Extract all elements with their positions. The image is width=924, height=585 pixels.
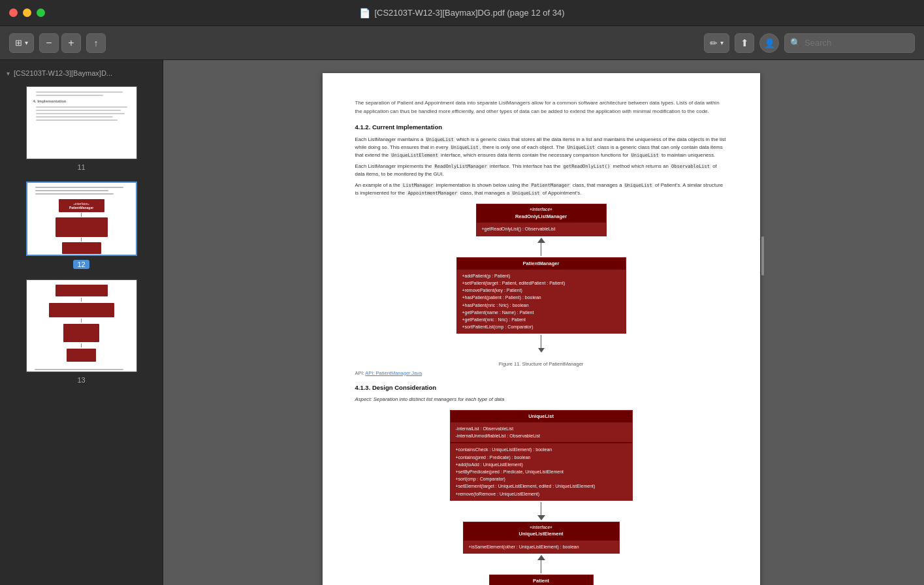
uml-uniquelist-methods: +containsCheck : UniqueListElement) : bo…	[451, 443, 632, 499]
arrow-line-4	[541, 560, 541, 573]
page-label-12: 12	[73, 260, 89, 269]
chevron-down-icon: ▾	[25, 39, 28, 46]
close-button[interactable]	[9, 8, 18, 17]
account-btn[interactable]: 👤	[759, 33, 779, 53]
toolbar-right: ✏ ▾ ⬆ 👤 🔍	[704, 33, 915, 53]
zoom-controls: − +	[39, 33, 81, 53]
pdf-page: The separation of Patient and Appointmen…	[323, 73, 760, 585]
thumbnail-container-11: 4. Implementation 11	[0, 81, 163, 176]
para-3: An example of a the ListManager implemen…	[355, 182, 727, 197]
uml-patient-header: Patient	[490, 575, 593, 585]
uml-interface-box: «interface» ReadOnlyListManager +getRead…	[476, 204, 607, 236]
toolbar: ⊞ ▾ − + ↑ ✏ ▾ ⬆ 👤 🔍	[0, 26, 924, 60]
maximize-button[interactable]	[37, 8, 45, 17]
section-header-413: 4.1.3. Design Consideration	[355, 383, 727, 392]
uml-arrow-4	[537, 555, 545, 573]
upload-icon: ⬆	[741, 37, 749, 49]
pen-tool-btn[interactable]: ✏ ▾	[704, 33, 729, 53]
uml-arrow-2	[538, 335, 545, 353]
arrow-line-1	[541, 243, 541, 256]
para-2: Each ListManager implements the ReadOnly…	[355, 163, 727, 178]
zoom-in-btn[interactable]: +	[61, 33, 81, 53]
sidebar-icon: ⊞	[15, 38, 22, 48]
para-1: Each ListManager maintains a UniqueList …	[355, 136, 727, 159]
sidebar: ▾ [CS2103T-W12-3][Baymax]D... 4. Impleme…	[0, 60, 163, 585]
uml-diagram-1: «interface» ReadOnlyListManager +getRead…	[355, 204, 727, 354]
document-icon: 📄	[359, 8, 370, 18]
uml-patient-manager-box: PatientManager +addPatient(p : Patient) …	[456, 257, 626, 334]
uml-uniquelist-header: UniqueList	[451, 411, 632, 422]
intro-paragraph: The separation of Patient and Appointmen…	[355, 99, 727, 116]
aspect-text: Aspect: Separation into distinct list ma…	[355, 396, 727, 403]
uml-interface-body: +getReadOnlyList() : ObservableList	[477, 222, 606, 235]
arrow-line-3	[541, 502, 541, 515]
page-label-13: 13	[77, 376, 85, 384]
thumbnail-container-13: 13	[0, 274, 163, 389]
uml-uniquelist-fields: -internalList : ObservableList -internal…	[451, 422, 632, 443]
uml-patient-manager-header: PatientManager	[457, 258, 626, 269]
scrollbar[interactable]	[760, 73, 765, 572]
window-title: 📄 [CS2103T-W12-3][Baymax]DG.pdf (page 12…	[359, 8, 564, 18]
person-icon: 👤	[764, 38, 775, 48]
page-label-11: 11	[77, 163, 85, 171]
page-thumb-12[interactable]: «interface» PatientManager	[26, 182, 137, 256]
sidebar-doc-header[interactable]: ▾ [CS2103T-W12-3][Baymax]D...	[0, 65, 163, 81]
export-btn[interactable]: ⬆	[735, 33, 754, 53]
uml-uniquelist-box: UniqueList -internalList : ObservableLis…	[450, 410, 633, 501]
thumb-img-12: «interface» PatientManager	[27, 183, 136, 255]
search-box[interactable]: 🔍	[784, 33, 915, 53]
arrow-hollow-4	[537, 555, 545, 560]
thumb-img-13	[27, 280, 136, 372]
share-icon-btn[interactable]: ↑	[86, 33, 106, 53]
title-text: [CS2103T-W12-3][Baymax]DG.pdf (page 12 o…	[374, 8, 564, 18]
uml-diagram-2: UniqueList -internalList : ObservableLis…	[355, 410, 727, 585]
title-bar: 📄 [CS2103T-W12-3][Baymax]DG.pdf (page 12…	[0, 0, 924, 26]
share-icon: ↑	[94, 38, 99, 48]
page-thumb-13[interactable]	[26, 279, 137, 372]
main-area: ▾ [CS2103T-W12-3][Baymax]D... 4. Impleme…	[0, 60, 924, 585]
scrollbar-thumb[interactable]	[761, 236, 764, 276]
pen-icon: ✏	[710, 38, 718, 48]
page-thumb-11[interactable]: 4. Implementation	[26, 86, 137, 159]
uml-uniquelistelement-header: «interface» UniqueListElement	[464, 522, 619, 540]
thumb-img-11: 4. Implementation	[27, 87, 136, 159]
pen-chevron-icon: ▾	[720, 39, 724, 46]
search-input[interactable]	[805, 38, 909, 48]
uml-patient-manager-body: +addPatient(p : Patient) +setPatient(tar…	[457, 269, 626, 334]
thumbnail-container-12: «interface» PatientManager 12	[0, 176, 163, 274]
arrow-head-3	[537, 515, 545, 520]
arrow-line-2	[541, 335, 541, 348]
traffic-lights	[9, 8, 45, 17]
minimize-button[interactable]	[23, 8, 31, 17]
uml-patient-box: Patient -nric : Nric -name : Name -phone…	[489, 575, 594, 585]
api-link-text[interactable]: API: PatientManager.Java	[365, 370, 422, 376]
zoom-out-btn[interactable]: −	[39, 33, 59, 53]
uml-arrow-1	[537, 238, 545, 256]
uml-arrow-3	[537, 502, 545, 520]
uml-interface-header: «interface» ReadOnlyListManager	[477, 204, 606, 222]
search-icon: 🔍	[790, 38, 801, 48]
arrow-head-2	[538, 348, 545, 353]
figure-caption: Figure 11. Structure of PatientManager	[355, 360, 727, 368]
zoom-out-icon: −	[46, 37, 52, 49]
sidebar-doc-name: [CS2103T-W12-3][Baymax]D...	[14, 69, 112, 77]
uml-uniquelistelement-box: «interface» UniqueListElement +isSameEle…	[463, 522, 620, 554]
section-header-412: 4.1.2. Current Implementation	[355, 123, 727, 132]
page-area[interactable]: The separation of Patient and Appointmen…	[163, 60, 924, 585]
arrow-hollow-top	[537, 238, 545, 243]
sidebar-toggle-btn[interactable]: ⊞ ▾	[9, 33, 34, 53]
chevron-icon: ▾	[7, 70, 10, 77]
zoom-in-icon: +	[68, 37, 74, 49]
api-link[interactable]: API: API: PatientManager.Java	[355, 370, 727, 377]
uml-uniquelistelement-body: +isSameElement(other : UniqueListElement…	[464, 540, 619, 553]
